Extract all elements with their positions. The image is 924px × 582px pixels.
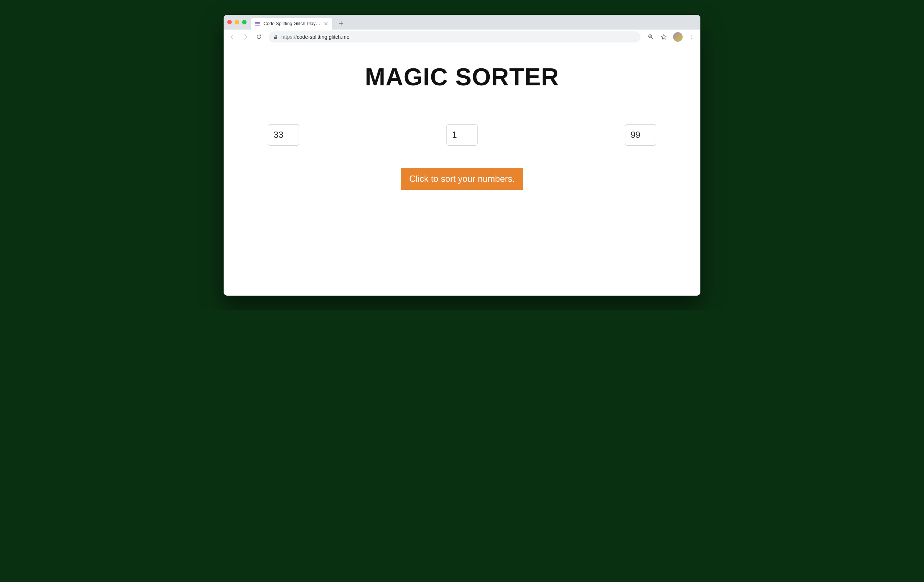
url-host: code-splitting.glitch.me [297,34,349,40]
zoom-button[interactable] [645,31,656,43]
page-title: MAGIC SORTER [261,63,663,91]
tab-bar: Code Splitting Glitch Playgroun [224,15,700,30]
minimize-window-button[interactable] [235,20,239,25]
number-input-1[interactable] [268,124,299,145]
maximize-window-button[interactable] [242,20,246,25]
browser-window: Code Splitting Glitch Playgroun https://… [224,15,700,296]
svg-rect-0 [255,22,260,23]
address-bar[interactable]: https://code-splitting.glitch.me [269,31,640,43]
menu-button[interactable] [686,31,698,43]
forward-button[interactable] [240,31,251,43]
sort-button[interactable]: Click to sort your numbers. [401,168,523,190]
tab-title: Code Splitting Glitch Playgroun [264,21,320,26]
close-tab-button[interactable] [323,21,328,26]
svg-point-5 [691,35,692,35]
new-tab-button[interactable] [336,18,346,28]
lock-icon [273,35,278,40]
bookmark-button[interactable] [658,31,669,43]
nav-bar: https://code-splitting.glitch.me [224,30,700,45]
browser-tab[interactable]: Code Splitting Glitch Playgroun [251,18,332,30]
svg-rect-2 [255,25,260,25]
svg-rect-1 [255,23,260,25]
close-window-button[interactable] [227,20,232,25]
favicon-icon [255,21,261,26]
number-input-2[interactable] [447,124,477,145]
number-input-3[interactable] [625,124,656,145]
svg-point-6 [691,36,692,37]
url-text: https://code-splitting.glitch.me [281,34,636,40]
reload-button[interactable] [253,31,264,43]
svg-point-7 [691,38,692,39]
window-controls [227,20,246,25]
number-inputs-row [268,124,656,145]
profile-avatar[interactable] [673,32,683,42]
back-button[interactable] [226,31,238,43]
svg-rect-3 [274,36,277,39]
page-viewport: MAGIC SORTER Click to sort your numbers. [224,45,700,296]
url-protocol: https:// [281,34,297,40]
